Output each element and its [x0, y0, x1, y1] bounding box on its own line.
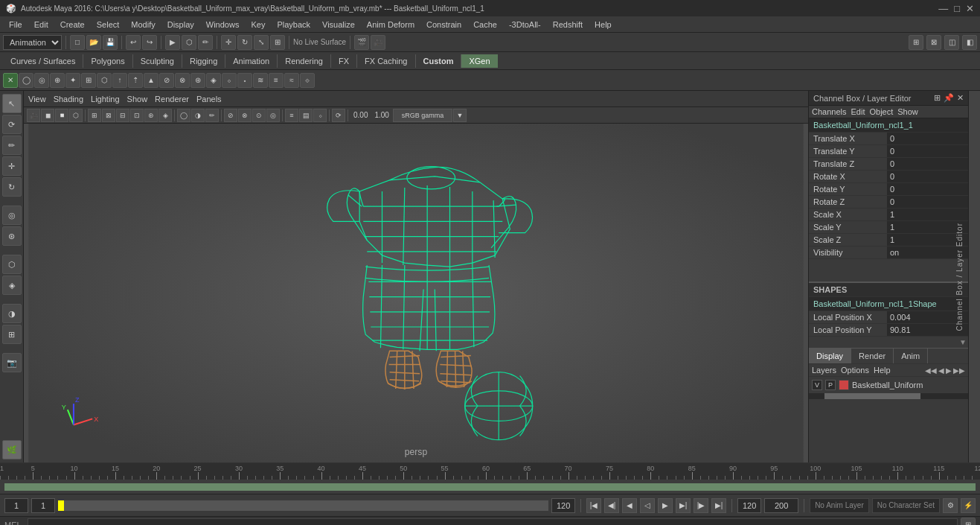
rotate-button[interactable]: ↻: [237, 35, 252, 50]
vp-icon-8[interactable]: ⊡: [130, 109, 144, 122]
play-back-button[interactable]: ◁: [640, 498, 655, 513]
vp-icon-12[interactable]: ◑: [191, 109, 205, 122]
transform-button[interactable]: ⊞: [270, 35, 285, 50]
vp-icon-20[interactable]: ⬦: [313, 109, 327, 122]
tool-btn-20[interactable]: ⟐: [300, 73, 315, 88]
tab-polygons[interactable]: Polygons: [83, 54, 132, 68]
go-start-button[interactable]: |◀: [586, 498, 601, 513]
vp-icon-19[interactable]: ▤: [299, 109, 313, 122]
cb-close-icon[interactable]: ✕: [957, 93, 964, 103]
menu-playback[interactable]: Playback: [271, 19, 316, 31]
menu-animdeform[interactable]: Anim Deform: [361, 19, 420, 31]
tool-btn-16[interactable]: ⬩: [237, 73, 252, 88]
layer-scrollbar-thumb[interactable]: [824, 393, 920, 399]
tool-btn-8[interactable]: ↑: [112, 73, 127, 88]
tab-custom[interactable]: Custom: [416, 54, 462, 68]
tool-btn-17[interactable]: ≋: [253, 73, 268, 88]
layer-scroll-prev[interactable]: ◀: [938, 366, 944, 375]
lighting-menu[interactable]: Lighting: [91, 95, 120, 104]
cb-expand-icon[interactable]: ⊞: [934, 93, 941, 103]
layer-playback-toggle[interactable]: P: [825, 380, 836, 390]
3d-viewport[interactable]: X Y Z persp: [24, 124, 808, 462]
tool-btn-13[interactable]: ⊛: [190, 73, 205, 88]
open-button[interactable]: 📂: [86, 35, 101, 50]
menu-cache[interactable]: Cache: [467, 19, 503, 31]
pb-extra-2[interactable]: ⚡: [961, 498, 976, 513]
step-forward-button[interactable]: |▶: [694, 498, 708, 513]
vp-icon-13[interactable]: ✏: [205, 109, 219, 122]
layer-scroll-left[interactable]: ◀◀: [925, 366, 937, 375]
renderer-menu[interactable]: Renderer: [155, 95, 189, 104]
select-tool-button[interactable]: ↖: [2, 94, 22, 113]
paint-button[interactable]: ✏: [198, 35, 213, 50]
anim-end[interactable]: 200: [764, 498, 798, 513]
range-end[interactable]: 120: [551, 498, 575, 513]
help-menu-layers[interactable]: Help: [874, 366, 891, 375]
shading-menu[interactable]: Shading: [54, 95, 83, 104]
tool-btn-12[interactable]: ⊗: [175, 73, 190, 88]
tab-fx[interactable]: FX: [331, 54, 357, 68]
tool-btn-9[interactable]: ⇡: [128, 73, 143, 88]
tab-rendering[interactable]: Rendering: [278, 54, 331, 68]
menu-3dtoall[interactable]: -3DtoAll-: [503, 19, 547, 31]
undo-button[interactable]: ↩: [126, 35, 141, 50]
render-tab[interactable]: Render: [851, 349, 894, 363]
vp-icon-1[interactable]: 🎥: [27, 109, 40, 122]
cb-edit-menu[interactable]: Edit: [851, 107, 865, 116]
tool-btn-3[interactable]: ◎: [34, 73, 49, 88]
vp-icon-5[interactable]: ⊞: [88, 109, 101, 122]
icon-btn-2[interactable]: ⊠: [926, 35, 941, 50]
timeline-drag-bar[interactable]: [0, 480, 980, 494]
save-button[interactable]: 💾: [103, 35, 118, 50]
layers-menu[interactable]: Layers: [812, 366, 836, 375]
tool-btn-11[interactable]: ⊘: [159, 73, 174, 88]
uv-button[interactable]: ⊞: [2, 325, 22, 344]
vp-icon-3[interactable]: ◽: [55, 109, 68, 122]
vp-icon-4[interactable]: ⬡: [69, 109, 83, 122]
menu-visualize[interactable]: Visualize: [316, 19, 361, 31]
camera-button[interactable]: 📷: [2, 353, 22, 372]
menu-help[interactable]: Help: [589, 19, 618, 31]
snap-button[interactable]: ◎: [2, 206, 22, 225]
layer-visibility-toggle[interactable]: V: [812, 380, 822, 390]
tool-btn-active[interactable]: ✕: [3, 73, 18, 88]
tab-animation[interactable]: Animation: [225, 54, 278, 68]
go-end-button[interactable]: ▶|: [711, 498, 726, 513]
options-menu[interactable]: Options: [841, 366, 869, 375]
vp-icon-9[interactable]: ⊛: [144, 109, 158, 122]
tool-btn-19[interactable]: ≈: [284, 73, 299, 88]
display-button[interactable]: ◈: [2, 276, 22, 295]
anim-start[interactable]: 120: [737, 498, 761, 513]
new-scene-button[interactable]: □: [70, 35, 85, 50]
vp-icon-18[interactable]: ≡: [285, 109, 298, 122]
rotate-tool-button[interactable]: ↻: [2, 177, 22, 197]
tab-fxcaching[interactable]: FX Caching: [357, 54, 415, 68]
frame-button[interactable]: ⬡: [2, 255, 22, 274]
scale-button[interactable]: ⤡: [254, 35, 269, 50]
vp-icon-10[interactable]: ◈: [158, 109, 172, 122]
timeline-ticks[interactable]: 5101520253035404550556065707580859095100…: [0, 463, 980, 480]
tab-sculpting[interactable]: Sculpting: [133, 54, 182, 68]
move-tool-button[interactable]: ✛: [2, 156, 22, 176]
icon-btn-4[interactable]: ◧: [962, 35, 977, 50]
tab-rigging[interactable]: Rigging: [182, 54, 225, 68]
tool-btn-15[interactable]: ⬦: [222, 73, 237, 88]
lasso-button[interactable]: ⬡: [182, 35, 196, 50]
show-menu[interactable]: Show: [127, 95, 148, 104]
vp-icon-14[interactable]: ⊘: [224, 109, 237, 122]
cb-object-menu[interactable]: Object: [869, 107, 893, 116]
tab-xgen[interactable]: XGen: [461, 54, 497, 68]
vp-icon-21[interactable]: ⟳: [332, 109, 345, 122]
vp-icon-7[interactable]: ⊟: [116, 109, 129, 122]
prev-frame-button[interactable]: ◀: [622, 498, 637, 513]
redo-button[interactable]: ↪: [142, 35, 157, 50]
layer-color-swatch[interactable]: [839, 380, 849, 390]
step-back-button[interactable]: ◀|: [604, 498, 619, 513]
paint-select-button[interactable]: ✏: [2, 136, 22, 155]
vp-icon-17[interactable]: ◎: [266, 109, 280, 122]
vp-icon-15[interactable]: ⊗: [238, 109, 252, 122]
vp-gamma-expand[interactable]: ▼: [453, 109, 467, 122]
select-button[interactable]: ▶: [165, 35, 180, 50]
tool-btn-4[interactable]: ⊕: [50, 73, 65, 88]
next-frame-button[interactable]: ▶|: [676, 498, 691, 513]
